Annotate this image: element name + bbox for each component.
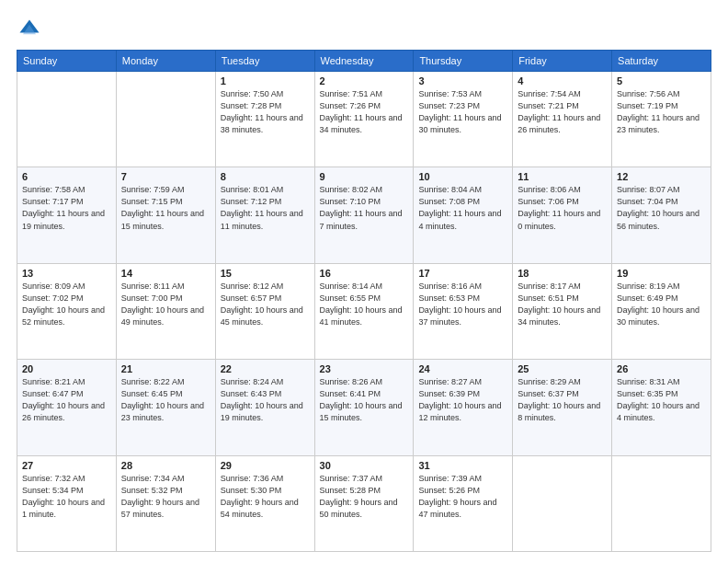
weekday-header-thursday: Thursday: [414, 51, 513, 72]
day-info: Sunrise: 8:21 AMSunset: 6:47 PMDaylight:…: [22, 376, 111, 424]
calendar-cell: 2Sunrise: 7:51 AMSunset: 7:26 PMDaylight…: [314, 72, 414, 167]
day-info: Sunrise: 8:06 AMSunset: 7:06 PMDaylight:…: [518, 184, 607, 232]
day-number: 24: [418, 363, 507, 374]
day-number: 29: [221, 460, 310, 471]
day-info: Sunrise: 7:36 AMSunset: 5:30 PMDaylight:…: [221, 473, 310, 521]
day-number: 12: [617, 171, 706, 182]
calendar-cell: 17Sunrise: 8:16 AMSunset: 6:53 PMDayligh…: [414, 263, 513, 359]
calendar-cell: 19Sunrise: 8:19 AMSunset: 6:49 PMDayligh…: [612, 263, 711, 359]
week-row-2: 6Sunrise: 7:58 AMSunset: 7:17 PMDaylight…: [17, 167, 711, 263]
week-row-1: 1Sunrise: 7:50 AMSunset: 7:28 PMDaylight…: [17, 72, 711, 167]
calendar-cell: 7Sunrise: 7:59 AMSunset: 7:15 PMDaylight…: [116, 167, 215, 263]
week-row-3: 13Sunrise: 8:09 AMSunset: 7:02 PMDayligh…: [17, 263, 711, 359]
calendar-cell: 1Sunrise: 7:50 AMSunset: 7:28 PMDaylight…: [215, 72, 314, 167]
day-info: Sunrise: 8:09 AMSunset: 7:02 PMDaylight:…: [22, 281, 111, 328]
calendar-cell: [17, 72, 117, 167]
day-number: 15: [221, 268, 310, 279]
calendar-cell: [116, 72, 215, 167]
day-info: Sunrise: 7:32 AMSunset: 5:34 PMDaylight:…: [22, 473, 111, 521]
day-number: 21: [121, 363, 210, 374]
day-info: Sunrise: 8:01 AMSunset: 7:12 PMDaylight:…: [221, 184, 310, 232]
calendar-cell: 13Sunrise: 8:09 AMSunset: 7:02 PMDayligh…: [17, 263, 117, 359]
calendar-cell: 12Sunrise: 8:07 AMSunset: 7:04 PMDayligh…: [612, 167, 711, 263]
day-info: Sunrise: 7:39 AMSunset: 5:26 PMDaylight:…: [418, 473, 507, 521]
day-number: 30: [320, 460, 409, 471]
day-number: 20: [22, 363, 111, 374]
calendar-cell: 8Sunrise: 8:01 AMSunset: 7:12 PMDaylight…: [215, 167, 314, 263]
day-info: Sunrise: 8:17 AMSunset: 6:51 PMDaylight:…: [518, 281, 607, 328]
day-info: Sunrise: 8:22 AMSunset: 6:45 PMDaylight:…: [121, 376, 210, 424]
day-number: 3: [418, 75, 507, 86]
calendar-cell: 22Sunrise: 8:24 AMSunset: 6:43 PMDayligh…: [215, 360, 314, 455]
header: [17, 17, 711, 42]
day-number: 16: [320, 268, 409, 279]
week-row-4: 20Sunrise: 8:21 AMSunset: 6:47 PMDayligh…: [17, 360, 711, 455]
day-number: 8: [221, 171, 310, 182]
day-number: 4: [518, 75, 607, 86]
weekday-header-tuesday: Tuesday: [215, 51, 314, 72]
calendar-cell: 4Sunrise: 7:54 AMSunset: 7:21 PMDaylight…: [513, 72, 612, 167]
weekday-header-wednesday: Wednesday: [314, 51, 414, 72]
day-info: Sunrise: 8:31 AMSunset: 6:35 PMDaylight:…: [617, 376, 706, 424]
day-number: 17: [418, 268, 507, 279]
weekday-header-saturday: Saturday: [612, 51, 711, 72]
calendar-cell: 30Sunrise: 7:37 AMSunset: 5:28 PMDayligh…: [314, 455, 414, 551]
day-number: 13: [22, 268, 111, 279]
day-number: 1: [221, 75, 310, 86]
day-info: Sunrise: 7:58 AMSunset: 7:17 PMDaylight:…: [22, 184, 111, 232]
calendar-cell: 26Sunrise: 8:31 AMSunset: 6:35 PMDayligh…: [612, 360, 711, 455]
day-number: 19: [617, 268, 706, 279]
calendar-cell: 15Sunrise: 8:12 AMSunset: 6:57 PMDayligh…: [215, 263, 314, 359]
weekday-header-monday: Monday: [116, 51, 215, 72]
calendar-cell: 14Sunrise: 8:11 AMSunset: 7:00 PMDayligh…: [116, 263, 215, 359]
calendar-cell: 3Sunrise: 7:53 AMSunset: 7:23 PMDaylight…: [414, 72, 513, 167]
calendar-cell: 10Sunrise: 8:04 AMSunset: 7:08 PMDayligh…: [414, 167, 513, 263]
calendar-cell: 23Sunrise: 8:26 AMSunset: 6:41 PMDayligh…: [314, 360, 414, 455]
calendar-cell: 24Sunrise: 8:27 AMSunset: 6:39 PMDayligh…: [414, 360, 513, 455]
day-info: Sunrise: 8:12 AMSunset: 6:57 PMDaylight:…: [221, 281, 310, 328]
day-number: 31: [418, 460, 507, 471]
day-info: Sunrise: 7:53 AMSunset: 7:23 PMDaylight:…: [418, 88, 507, 136]
day-number: 18: [518, 268, 607, 279]
day-info: Sunrise: 7:50 AMSunset: 7:28 PMDaylight:…: [221, 88, 310, 136]
calendar-cell: [513, 455, 612, 551]
day-info: Sunrise: 7:56 AMSunset: 7:19 PMDaylight:…: [617, 88, 706, 136]
logo-icon: [17, 17, 42, 42]
day-number: 27: [22, 460, 111, 471]
day-info: Sunrise: 7:54 AMSunset: 7:21 PMDaylight:…: [518, 88, 607, 136]
day-info: Sunrise: 7:51 AMSunset: 7:26 PMDaylight:…: [320, 88, 409, 136]
day-info: Sunrise: 7:59 AMSunset: 7:15 PMDaylight:…: [121, 184, 210, 232]
calendar-cell: 29Sunrise: 7:36 AMSunset: 5:30 PMDayligh…: [215, 455, 314, 551]
calendar-cell: 31Sunrise: 7:39 AMSunset: 5:26 PMDayligh…: [414, 455, 513, 551]
day-number: 9: [320, 171, 409, 182]
calendar-cell: 11Sunrise: 8:06 AMSunset: 7:06 PMDayligh…: [513, 167, 612, 263]
day-number: 5: [617, 75, 706, 86]
calendar-cell: 18Sunrise: 8:17 AMSunset: 6:51 PMDayligh…: [513, 263, 612, 359]
day-info: Sunrise: 8:07 AMSunset: 7:04 PMDaylight:…: [617, 184, 706, 232]
calendar-cell: 25Sunrise: 8:29 AMSunset: 6:37 PMDayligh…: [513, 360, 612, 455]
day-number: 6: [22, 171, 111, 182]
day-number: 14: [121, 268, 210, 279]
day-info: Sunrise: 8:02 AMSunset: 7:10 PMDaylight:…: [320, 184, 409, 232]
calendar-cell: 16Sunrise: 8:14 AMSunset: 6:55 PMDayligh…: [314, 263, 414, 359]
week-row-5: 27Sunrise: 7:32 AMSunset: 5:34 PMDayligh…: [17, 455, 711, 551]
day-number: 2: [320, 75, 409, 86]
calendar-cell: 9Sunrise: 8:02 AMSunset: 7:10 PMDaylight…: [314, 167, 414, 263]
calendar-cell: 6Sunrise: 7:58 AMSunset: 7:17 PMDaylight…: [17, 167, 117, 263]
day-number: 22: [221, 363, 310, 374]
day-info: Sunrise: 8:16 AMSunset: 6:53 PMDaylight:…: [418, 281, 507, 328]
calendar-cell: 28Sunrise: 7:34 AMSunset: 5:32 PMDayligh…: [116, 455, 215, 551]
day-info: Sunrise: 8:04 AMSunset: 7:08 PMDaylight:…: [418, 184, 507, 232]
day-info: Sunrise: 7:37 AMSunset: 5:28 PMDaylight:…: [320, 473, 409, 521]
day-number: 11: [518, 171, 607, 182]
weekday-header-friday: Friday: [513, 51, 612, 72]
page: SundayMondayTuesdayWednesdayThursdayFrid…: [0, 0, 728, 563]
day-number: 28: [121, 460, 210, 471]
day-number: 26: [617, 363, 706, 374]
day-info: Sunrise: 7:34 AMSunset: 5:32 PMDaylight:…: [121, 473, 210, 521]
weekday-header-sunday: Sunday: [17, 51, 117, 72]
day-info: Sunrise: 8:29 AMSunset: 6:37 PMDaylight:…: [518, 376, 607, 424]
calendar-cell: 21Sunrise: 8:22 AMSunset: 6:45 PMDayligh…: [116, 360, 215, 455]
day-info: Sunrise: 8:14 AMSunset: 6:55 PMDaylight:…: [320, 281, 409, 328]
day-info: Sunrise: 8:27 AMSunset: 6:39 PMDaylight:…: [418, 376, 507, 424]
